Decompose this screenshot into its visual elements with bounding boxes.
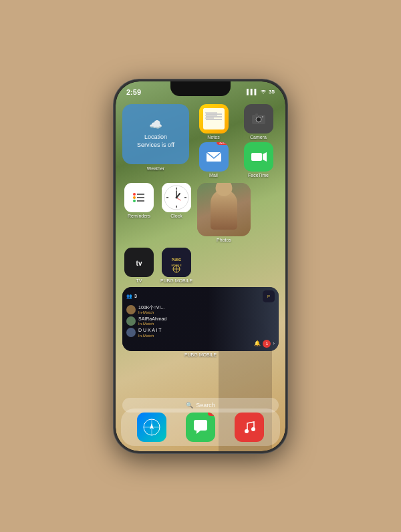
notif-name-3: D U K A I T <box>138 328 162 333</box>
svg-point-16 <box>133 196 136 199</box>
camera-label: Camera <box>250 135 267 140</box>
notes-app[interactable]: Notes <box>197 104 231 140</box>
notif-avatar-2 <box>126 316 136 326</box>
pubg-badge: 1 <box>263 340 271 348</box>
notif-status-3: In-Match <box>138 334 162 338</box>
players-count: 3 <box>134 294 137 298</box>
music-dock-item[interactable] <box>233 413 266 442</box>
safari-icon <box>137 413 166 442</box>
mail-icon: 1,261 <box>199 142 229 172</box>
row-3: tv TV PUBG MOBILE <box>122 248 279 283</box>
wifi-icon <box>260 89 267 95</box>
search-icon: 🔍 <box>186 402 193 409</box>
notif-status-1: In-Match <box>138 310 164 314</box>
music-icon <box>235 413 264 442</box>
clock-app[interactable]: Clock <box>160 183 193 218</box>
pubg-widget-header: 👥 3 P <box>126 290 275 302</box>
mail-label: Mail <box>209 173 218 178</box>
svg-point-47 <box>251 427 255 431</box>
weather-text: Location Services is off <box>137 134 174 149</box>
svg-point-6 <box>257 117 260 121</box>
notif-name-2: SAIRaAhmad <box>138 316 166 322</box>
notif-item-3: D U K A I T In-Match <box>126 328 275 337</box>
search-text: Search <box>196 402 215 409</box>
reminders-label: Reminders <box>128 214 150 218</box>
svg-point-8 <box>262 116 263 117</box>
notes-icon <box>199 104 229 134</box>
safari-dock-item[interactable] <box>135 413 168 442</box>
battery-icon: 35 <box>269 89 275 95</box>
notes-label: Notes <box>207 135 219 140</box>
photos-widget[interactable] <box>197 183 251 236</box>
svg-rect-12 <box>251 153 262 161</box>
phone-wrapper: 2:59 ▌▌▌ 35 <box>114 79 287 453</box>
screen: 2:59 ▌▌▌ 35 <box>116 81 285 451</box>
weather-label: Weather <box>147 166 164 171</box>
pubg-small-icon: P <box>263 290 275 302</box>
svg-rect-45 <box>240 418 259 437</box>
notif-status-2: In-Match <box>138 322 166 326</box>
mail-badge: 1,261 <box>217 142 228 145</box>
notch <box>170 81 231 96</box>
camera-app[interactable]: Camera <box>242 104 275 140</box>
tv-label: TV <box>136 278 142 283</box>
pubg-icon: PUBG MOBILE <box>162 248 191 277</box>
home-screen: ☁️ Location Services is off Weather <box>116 100 285 451</box>
messages-dock-item[interactable]: ! <box>184 413 217 442</box>
notif-item-2: SAIRaAhmad In-Match <box>126 316 275 326</box>
notif-name-1: 100K个↑VI... <box>138 305 164 310</box>
pubg-notification-widget[interactable]: 👥 3 P 10 <box>122 287 279 351</box>
top-icon-row: Notes <box>193 104 279 140</box>
row-2: Reminders <box>122 183 279 242</box>
photos-label: Photos <box>217 238 231 242</box>
svg-text:tv: tv <box>136 260 142 267</box>
reminders-app[interactable]: Reminders <box>122 183 156 218</box>
pubg-app[interactable]: PUBG MOBILE PUBG MOBILE <box>160 248 193 283</box>
arrow-icon: 🔔 <box>254 340 261 346</box>
pubg-widget-content: 👥 3 P 10 <box>126 290 275 348</box>
notif-avatar-3 <box>126 328 136 337</box>
signal-icon: ▌▌▌ <box>247 89 258 95</box>
status-icons: ▌▌▌ 35 <box>247 89 275 95</box>
tv-app[interactable]: tv TV <box>122 248 156 283</box>
weather-icon: ☁️ <box>149 118 162 131</box>
svg-rect-7 <box>255 113 258 115</box>
facetime-label: FaceTime <box>248 173 269 178</box>
svg-rect-0 <box>203 108 219 124</box>
pubg-label: PUBG MOBILE <box>160 278 192 283</box>
clock-label: Clock <box>170 214 182 218</box>
messages-badge: ! <box>208 413 215 416</box>
phone-body: 2:59 ▌▌▌ 35 <box>114 79 287 453</box>
right-col: Notes <box>193 104 279 178</box>
messages-icon: ! <box>186 413 215 442</box>
svg-point-46 <box>245 429 249 433</box>
tv-icon: tv <box>124 248 154 277</box>
status-time: 2:59 <box>126 88 141 96</box>
row-4: 👥 3 P 10 <box>122 287 279 357</box>
facetime-icon <box>244 142 273 172</box>
pubg-widget-label: PUBG MOBILE <box>122 352 279 357</box>
dock: ! <box>121 409 280 446</box>
chevron-right-icon: › <box>273 340 275 346</box>
bottom-icon-row: 1,261 Mail <box>193 142 279 178</box>
camera-icon <box>244 104 273 134</box>
weather-widget[interactable]: ☁️ Location Services is off <box>122 104 189 164</box>
players-icon: 👥 <box>126 294 132 299</box>
svg-point-15 <box>133 193 136 196</box>
svg-point-31 <box>176 196 178 198</box>
row-1: ☁️ Location Services is off Weather <box>122 104 279 178</box>
svg-point-17 <box>133 200 136 202</box>
clock-icon <box>162 183 191 212</box>
mail-app[interactable]: 1,261 Mail <box>197 142 231 178</box>
svg-text:PUBG: PUBG <box>172 258 182 262</box>
notif-item-1: 100K个↑VI... In-Match <box>126 305 275 314</box>
notif-avatar-1 <box>126 305 136 314</box>
facetime-app[interactable]: FaceTime <box>242 142 275 178</box>
reminders-icon <box>124 183 154 212</box>
